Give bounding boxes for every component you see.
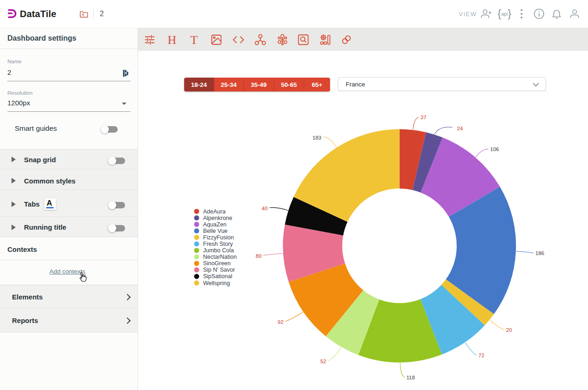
svg-text:52: 52	[320, 359, 326, 364]
svg-text:Alpenkrone: Alpenkrone	[203, 215, 232, 221]
svg-text:FizzyFusion: FizzyFusion	[203, 234, 234, 241]
svg-text:SinoGreen: SinoGreen	[203, 260, 231, 267]
svg-text:80: 80	[256, 253, 262, 259]
svg-text:106: 106	[490, 146, 499, 152]
svg-text:Wellspring: Wellspring	[203, 280, 230, 286]
svg-text:AdeAura: AdeAura	[203, 208, 226, 215]
svg-text:24: 24	[457, 126, 463, 131]
svg-text:92: 92	[278, 319, 284, 325]
svg-text:Sip N' Savor: Sip N' Savor	[203, 267, 235, 273]
svg-text:186: 186	[535, 250, 544, 256]
svg-text:Jumbo Cola: Jumbo Cola	[203, 247, 234, 254]
svg-text:118: 118	[407, 375, 415, 380]
svg-text:20: 20	[506, 327, 512, 333]
svg-text:AquaZen: AquaZen	[203, 221, 227, 228]
svg-text:SipSational: SipSational	[203, 273, 232, 280]
svg-text:T: T	[191, 33, 198, 47]
svg-text:H: H	[168, 33, 176, 47]
svg-text:183: 183	[312, 135, 321, 140]
svg-text:Fresh Story: Fresh Story	[203, 241, 233, 247]
svg-text:40: 40	[262, 206, 268, 211]
svg-text:Belle Vue: Belle Vue	[203, 228, 228, 234]
svg-text:37: 37	[420, 115, 426, 120]
svg-text:72: 72	[479, 353, 485, 358]
svg-text:NectarNation: NectarNation	[203, 254, 237, 260]
